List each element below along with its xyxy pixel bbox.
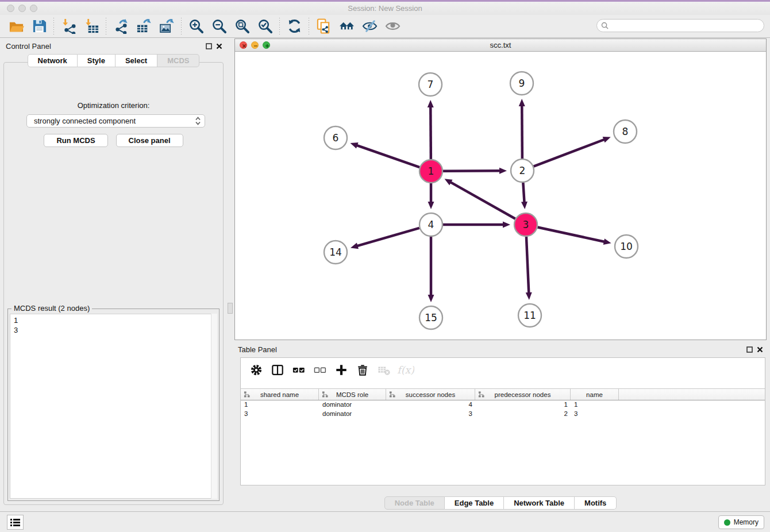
show-column-button[interactable] (268, 361, 287, 379)
zoom-in-button[interactable] (184, 17, 207, 36)
column-header-name[interactable]: name (571, 389, 619, 400)
delete-column-button[interactable] (353, 361, 372, 379)
edge-2-9[interactable] (522, 105, 522, 159)
table-cell[interactable]: 3 (571, 410, 619, 419)
column-header-successor-nodes[interactable]: successor nodes (386, 389, 475, 400)
open-session-button[interactable] (5, 17, 28, 36)
network-window-title: scc.txt (235, 41, 766, 49)
export-network-button[interactable] (109, 17, 132, 36)
table-cell[interactable]: 1 (571, 400, 619, 410)
edge-arrowhead (428, 202, 434, 209)
column-header-shared-name[interactable]: shared name (241, 389, 319, 400)
table-cell[interactable]: 3 (386, 410, 475, 419)
edge-1-6[interactable] (356, 145, 419, 168)
tab-mcds[interactable]: MCDS (157, 54, 199, 67)
show-all-button[interactable] (381, 17, 404, 36)
node-label: 8 (622, 126, 629, 137)
column-label: name (586, 391, 603, 398)
mcds-tab-content: Optimization criterion: strongly connect… (3, 62, 224, 505)
network-window-titlebar[interactable]: scc.txt (235, 39, 766, 52)
edge-3-11[interactable] (526, 237, 529, 294)
edge-2-3[interactable] (523, 183, 524, 203)
zoom-out-button[interactable] (207, 17, 230, 36)
edge-3-1[interactable] (450, 182, 515, 219)
criterion-select[interactable]: strongly connected component (26, 114, 205, 128)
network-graph[interactable]: 7968124314101511 (235, 52, 766, 340)
edge-4-14[interactable] (357, 228, 419, 246)
save-session-button[interactable] (28, 17, 51, 36)
table-cell[interactable]: 1 (241, 400, 319, 410)
tab-motifs[interactable]: Motifs (575, 496, 617, 510)
column-header-predecessor-nodes[interactable]: predecessor nodes (475, 389, 571, 400)
neighbors-icon (316, 18, 332, 34)
table-cell[interactable]: 3 (241, 410, 319, 419)
memory-button[interactable]: Memory (718, 515, 764, 529)
select-all-columns-button[interactable] (289, 361, 308, 379)
toolbar-separator (279, 18, 280, 35)
tab-network-table[interactable]: Network Table (504, 496, 575, 510)
close-mcds-panel-button[interactable]: Close panel (116, 134, 183, 147)
tab-node-table[interactable]: Node Table (384, 496, 445, 510)
tab-network[interactable]: Network (28, 54, 78, 67)
zoom-sel-icon (257, 18, 273, 34)
table-toolbar (241, 358, 765, 382)
result-scrollbar[interactable] (211, 314, 217, 499)
network-view-window[interactable]: scc.txt 7968124314101511 (234, 38, 767, 340)
hierarchy-icon (389, 391, 395, 398)
apply-layout-button[interactable] (283, 17, 306, 36)
float-table-panel-button[interactable] (745, 345, 754, 354)
import-network-button[interactable] (57, 17, 80, 36)
edge-1-7[interactable] (430, 106, 431, 159)
node-label: 4 (428, 219, 434, 230)
tab-style[interactable]: Style (78, 54, 116, 67)
edge-arrowhead (603, 238, 611, 245)
table-cell[interactable]: dominator (319, 400, 386, 410)
unselect-all-columns-button[interactable] (310, 361, 329, 379)
export-image-button[interactable] (155, 17, 178, 36)
table-options-button[interactable] (247, 361, 265, 379)
column-header-MCDS-role[interactable]: MCDS role (319, 389, 386, 400)
table-panel-title: Table Panel (238, 345, 277, 354)
zoom-fit-button[interactable] (230, 17, 253, 36)
close-table-panel-button[interactable] (755, 345, 764, 354)
export-table-button[interactable] (132, 17, 155, 36)
network-canvas[interactable]: 7968124314101511 (235, 52, 766, 340)
table-panel-titlebar: Table Panel (234, 342, 767, 357)
create-column-button[interactable] (332, 361, 351, 379)
run-mcds-button[interactable]: Run MCDS (44, 134, 107, 147)
table-row[interactable]: 3dominator323 (241, 410, 765, 419)
close-panel-button[interactable] (214, 41, 224, 51)
zoom-selected-button[interactable] (253, 17, 276, 36)
table-row[interactable]: 1dominator411 (241, 400, 765, 410)
tab-select[interactable]: Select (116, 54, 157, 67)
vertical-split-handle[interactable] (228, 303, 233, 314)
zoom-in-icon (188, 18, 204, 34)
first-neighbors-button[interactable] (312, 17, 335, 36)
table-panel: Table Panel shared nameMCDS rolesuccesso… (234, 342, 767, 510)
control-panel-tabs: NetworkStyleSelectMCDS (0, 54, 227, 67)
float-panel-button[interactable] (204, 41, 213, 51)
close-icon (757, 346, 763, 353)
edge-2-8[interactable] (534, 139, 605, 166)
tab-edge-table[interactable]: Edge Table (445, 496, 504, 510)
edge-arrowhead (499, 168, 507, 174)
task-history-button[interactable] (7, 515, 24, 530)
hide-nodes-button[interactable] (358, 17, 381, 36)
hide-selected-button[interactable] (335, 17, 358, 36)
eye-icon (385, 18, 401, 34)
main-toolbar (0, 15, 770, 38)
edge-1-2[interactable] (443, 171, 500, 171)
main-titlebar[interactable]: Session: New Session (0, 2, 770, 15)
search-field[interactable] (596, 19, 764, 32)
edge-3-10[interactable] (538, 227, 605, 241)
table-cell[interactable]: 2 (475, 410, 571, 419)
mcds-result-text[interactable]: 1 3 (10, 314, 217, 499)
table-cell[interactable]: 4 (386, 400, 475, 410)
column-label: MCDS role (336, 391, 368, 398)
search-input[interactable] (611, 22, 764, 30)
table-cell[interactable]: dominator (319, 410, 386, 419)
table-cell[interactable]: 1 (475, 400, 571, 410)
import-table-button[interactable] (80, 17, 103, 36)
search-icon (601, 22, 609, 29)
column-label: predecessor nodes (495, 391, 551, 398)
